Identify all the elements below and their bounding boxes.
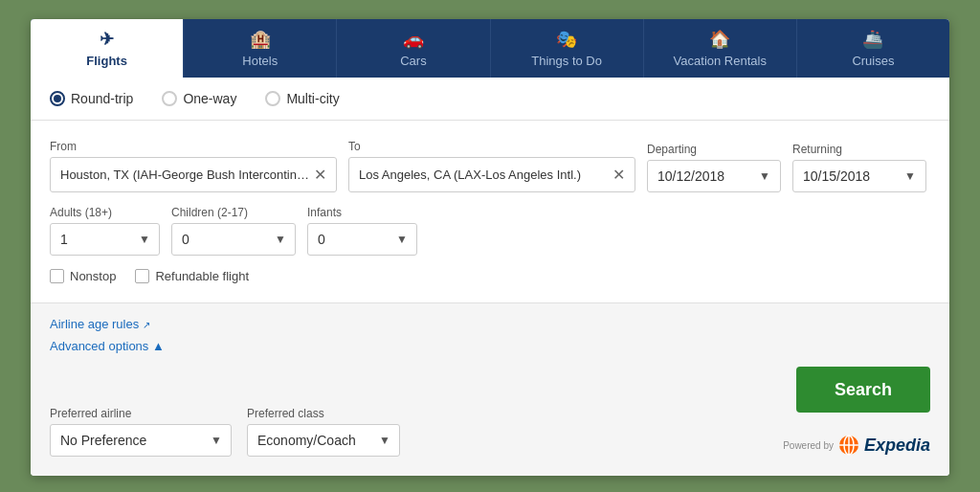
- preferred-class-label: Preferred class: [247, 407, 400, 420]
- preferred-airline-select[interactable]: No Preference American Airlines Delta Un…: [50, 424, 232, 457]
- infants-select[interactable]: 012: [307, 223, 417, 256]
- tabs-bar: ✈ Flights 🏨 Hotels 🚗 Cars 🎭 Things to Do…: [31, 19, 949, 78]
- from-label: From: [50, 140, 337, 153]
- to-clear-icon[interactable]: ✕: [612, 166, 625, 184]
- returning-input[interactable]: 10/15/2018 ▼: [792, 160, 926, 192]
- tab-hotels-label: Hotels: [242, 54, 278, 68]
- form-area: From Houston, TX (IAH-George Bush Interc…: [31, 121, 949, 302]
- passengers-row: Adults (18+) 12345 ▼ Children (2-17) 012…: [50, 206, 930, 256]
- adults-select-wrapper: 12345 ▼: [50, 223, 160, 256]
- multi-city-option[interactable]: Multi-city: [265, 91, 339, 106]
- departing-group: Departing 10/12/2018 ▼: [647, 143, 781, 192]
- advanced-options-label: Advanced options: [50, 339, 148, 353]
- one-way-radio[interactable]: [162, 91, 177, 106]
- from-input[interactable]: Houston, TX (IAH-George Bush Intercontin…: [50, 157, 337, 192]
- things-icon: 🎭: [556, 29, 577, 50]
- infants-select-wrapper: 012 ▼: [307, 223, 417, 256]
- nonstop-checkbox[interactable]: [50, 269, 64, 283]
- advanced-row: Preferred airline No Preference American…: [50, 367, 930, 457]
- returning-value: 10/15/2018: [803, 168, 870, 184]
- powered-by-text: Powered by: [783, 440, 834, 451]
- adults-group: Adults (18+) 12345 ▼: [50, 206, 160, 256]
- hotels-icon: 🏨: [250, 29, 271, 50]
- vacation-icon: 🏠: [709, 29, 730, 50]
- nonstop-label: Nonstop: [70, 269, 116, 283]
- tab-cruises[interactable]: 🚢 Cruises: [797, 19, 949, 78]
- round-trip-label: Round-trip: [71, 91, 133, 106]
- infants-group: Infants 012 ▼: [307, 206, 417, 256]
- tab-cars-label: Cars: [400, 54, 426, 68]
- from-clear-icon[interactable]: ✕: [314, 166, 326, 184]
- preferred-airline-label: Preferred airline: [50, 407, 232, 420]
- to-input[interactable]: Los Angeles, CA (LAX-Los Angeles Intl.) …: [348, 157, 635, 192]
- from-value: Houston, TX (IAH-George Bush Intercontin…: [60, 168, 309, 182]
- departing-label: Departing: [647, 143, 781, 156]
- lower-area: Airline age rules ↗ Advanced options ▲ P…: [31, 302, 949, 476]
- checkbox-row: Nonstop Refundable flight: [50, 269, 930, 283]
- cruises-icon: 🚢: [862, 29, 883, 50]
- tab-cars[interactable]: 🚗 Cars: [337, 19, 490, 78]
- preferred-class-select[interactable]: Economy/Coach Premium Economy Business F…: [247, 424, 400, 457]
- to-label: To: [348, 140, 635, 153]
- preferred-class-wrapper: Economy/Coach Premium Economy Business F…: [247, 424, 400, 457]
- expedia-logo: Expedia: [837, 434, 930, 457]
- external-link-icon: ↗: [143, 320, 150, 330]
- departing-input[interactable]: 10/12/2018 ▼: [647, 160, 781, 192]
- refundable-checkbox-label[interactable]: Refundable flight: [135, 269, 249, 283]
- children-select-wrapper: 0123 ▼: [171, 223, 296, 256]
- multi-city-radio[interactable]: [265, 91, 280, 106]
- refundable-checkbox[interactable]: [135, 269, 149, 283]
- returning-chevron-icon: ▼: [904, 169, 916, 183]
- preferred-airline-group: Preferred airline No Preference American…: [50, 407, 232, 457]
- to-value: Los Angeles, CA (LAX-Los Angeles Intl.): [359, 168, 581, 182]
- advanced-toggle-icon: ▲: [152, 339, 165, 353]
- origin-dest-row: From Houston, TX (IAH-George Bush Interc…: [50, 140, 930, 192]
- children-select[interactable]: 0123: [171, 223, 296, 256]
- advanced-fields: Preferred airline No Preference American…: [50, 407, 400, 457]
- tab-hotels[interactable]: 🏨 Hotels: [184, 19, 337, 78]
- one-way-option[interactable]: One-way: [162, 91, 236, 106]
- flights-icon: ✈: [100, 29, 114, 50]
- adults-label: Adults (18+): [50, 206, 160, 219]
- expedia-branding: Powered by Expedia: [783, 434, 930, 457]
- children-group: Children (2-17) 0123 ▼: [171, 206, 296, 256]
- tab-things-label: Things to Do: [531, 54, 602, 68]
- cars-icon: 🚗: [403, 29, 424, 50]
- expedia-name: Expedia: [864, 436, 930, 456]
- departing-chevron-icon: ▼: [759, 169, 770, 183]
- widget-container: ✈ Flights 🏨 Hotels 🚗 Cars 🎭 Things to Do…: [31, 19, 949, 476]
- tab-flights-label: Flights: [86, 54, 127, 68]
- airline-rules-text: Airline age rules: [50, 317, 139, 331]
- to-group: To Los Angeles, CA (LAX-Los Angeles Intl…: [348, 140, 635, 192]
- tab-vacation-label: Vacation Rentals: [674, 54, 767, 68]
- search-button[interactable]: Search: [796, 367, 930, 413]
- infants-label: Infants: [307, 206, 417, 219]
- trip-type-row: Round-trip One-way Multi-city: [31, 78, 949, 121]
- tab-vacation-rentals[interactable]: 🏠 Vacation Rentals: [644, 19, 797, 78]
- one-way-label: One-way: [183, 91, 236, 106]
- preferred-airline-wrapper: No Preference American Airlines Delta Un…: [50, 424, 232, 457]
- tab-things-to-do[interactable]: 🎭 Things to Do: [491, 19, 644, 78]
- nonstop-checkbox-label[interactable]: Nonstop: [50, 269, 116, 283]
- departing-value: 10/12/2018: [657, 168, 724, 184]
- advanced-options-toggle[interactable]: Advanced options ▲: [50, 339, 930, 353]
- children-label: Children (2-17): [171, 206, 296, 219]
- adults-select[interactable]: 12345: [50, 223, 160, 256]
- returning-group: Returning 10/15/2018 ▼: [792, 143, 926, 192]
- round-trip-radio[interactable]: [50, 91, 65, 106]
- from-group: From Houston, TX (IAH-George Bush Interc…: [50, 140, 337, 192]
- multi-city-label: Multi-city: [286, 91, 339, 106]
- tab-flights[interactable]: ✈ Flights: [31, 19, 184, 78]
- round-trip-option[interactable]: Round-trip: [50, 91, 133, 106]
- returning-label: Returning: [792, 143, 926, 156]
- preferred-class-group: Preferred class Economy/Coach Premium Ec…: [247, 407, 400, 457]
- tab-cruises-label: Cruises: [852, 54, 894, 68]
- airline-rules-link[interactable]: Airline age rules ↗: [50, 317, 930, 331]
- expedia-globe-icon: [837, 434, 860, 457]
- refundable-label: Refundable flight: [155, 269, 249, 283]
